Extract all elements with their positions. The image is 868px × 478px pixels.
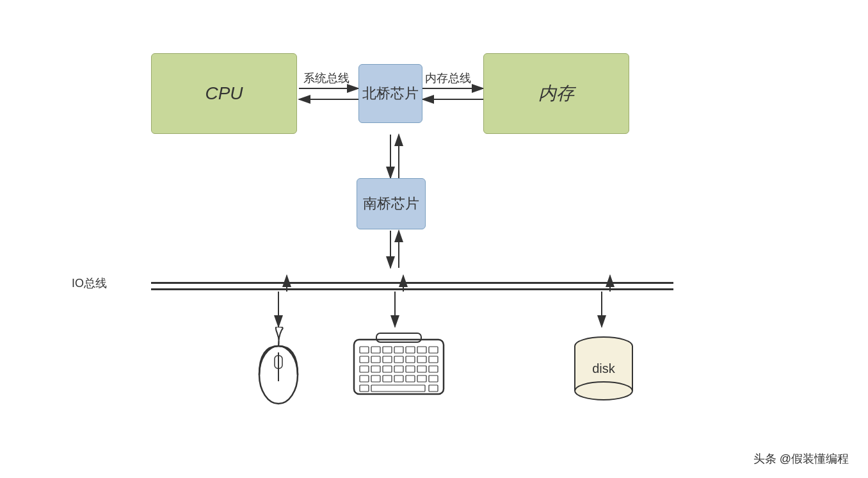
disk-icon: disk [565, 327, 642, 404]
svg-rect-26 [394, 347, 403, 353]
svg-rect-35 [417, 356, 426, 363]
south-bridge-box: 南桥芯片 [357, 178, 426, 229]
svg-rect-51 [360, 385, 369, 391]
svg-rect-31 [371, 356, 380, 363]
svg-rect-27 [406, 347, 415, 353]
svg-rect-52 [371, 385, 425, 391]
svg-rect-36 [429, 356, 438, 363]
svg-rect-28 [417, 347, 426, 353]
svg-rect-24 [371, 347, 380, 353]
svg-rect-45 [371, 375, 380, 382]
svg-rect-22 [376, 333, 421, 342]
svg-rect-23 [360, 347, 369, 353]
svg-rect-43 [429, 366, 438, 372]
svg-rect-32 [383, 356, 392, 363]
svg-rect-48 [406, 375, 415, 382]
memory-box: 内存 [483, 53, 629, 134]
io-bus-label: IO总线 [72, 276, 107, 291]
svg-rect-37 [360, 366, 369, 372]
disk-svg: disk [565, 327, 642, 404]
watermark: 头条 @假装懂编程 [753, 451, 849, 466]
memory-label: 内存 [538, 81, 574, 106]
svg-rect-53 [429, 385, 438, 391]
cpu-label: CPU [205, 83, 243, 104]
cpu-box: CPU [151, 53, 297, 134]
system-bus-label: 系统总线 [303, 70, 350, 86]
svg-rect-38 [371, 366, 380, 372]
keyboard-svg [351, 330, 447, 400]
svg-point-58 [575, 382, 632, 400]
north-bridge-label: 北桥芯片 [362, 84, 419, 103]
svg-rect-50 [429, 375, 438, 382]
memory-bus-label: 内存总线 [425, 70, 471, 86]
svg-rect-49 [417, 375, 426, 382]
svg-rect-44 [360, 375, 369, 382]
keyboard-icon [351, 330, 447, 400]
mouse-icon [250, 327, 307, 410]
svg-rect-25 [383, 347, 392, 353]
svg-rect-39 [383, 366, 392, 372]
svg-rect-33 [394, 356, 403, 363]
svg-rect-40 [394, 366, 403, 372]
svg-rect-46 [383, 375, 392, 382]
svg-rect-42 [417, 366, 426, 372]
io-bus-top-line [151, 282, 673, 284]
svg-rect-30 [360, 356, 369, 363]
svg-rect-41 [406, 366, 415, 372]
io-bus-bottom-line [151, 288, 673, 290]
svg-rect-34 [406, 356, 415, 363]
south-bridge-label: 南桥芯片 [363, 194, 419, 213]
svg-rect-29 [429, 347, 438, 353]
svg-rect-47 [394, 375, 403, 382]
north-bridge-box: 北桥芯片 [358, 64, 422, 123]
diagram: CPU 北桥芯片 内存 南桥芯片 系统总线 内存总线 IO总线 [0, 0, 868, 478]
mouse-svg [250, 327, 307, 410]
svg-rect-21 [354, 340, 444, 394]
svg-text:disk: disk [592, 361, 616, 375]
